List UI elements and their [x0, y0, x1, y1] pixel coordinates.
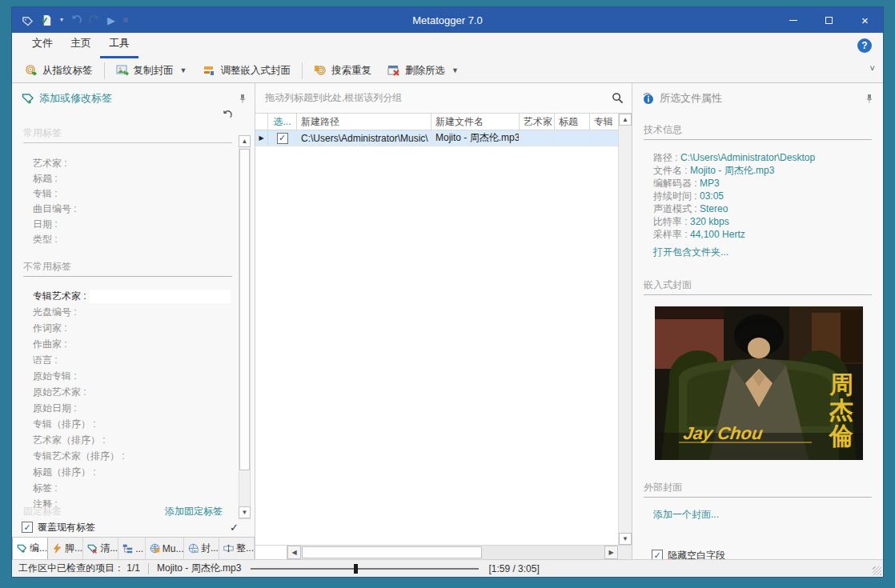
- playback-slider[interactable]: [251, 568, 479, 570]
- column-artist[interactable]: 艺术家: [520, 114, 555, 130]
- pin-icon[interactable]: [239, 94, 247, 103]
- playback-slider-handle[interactable]: [354, 564, 358, 574]
- minimize-icon: [789, 20, 797, 21]
- column-new-filename[interactable]: 新建文件名: [431, 114, 520, 130]
- original-date-field-label[interactable]: 原始日期 :: [12, 400, 255, 416]
- overwrite-tags-label: 覆盖现有标签: [38, 521, 95, 534]
- group-by-bar[interactable]: 拖动列标题到此处,根据该列分组: [255, 83, 632, 114]
- pin-icon[interactable]: [865, 94, 873, 103]
- add-cover-link[interactable]: 添加一个封面...: [653, 508, 883, 522]
- title-sort-field-label[interactable]: 标题（排序） :: [12, 464, 255, 480]
- playback-time: [1:59 / 3:05]: [488, 563, 539, 574]
- album-artist-sort-field-label[interactable]: 专辑艺术家（排序） :: [12, 448, 255, 464]
- tab-cover-search[interactable]: 封...: [184, 538, 219, 559]
- desktop-background: ▾ ▶ ■ Metatogger 7.0 × 文件 主页 工具 ?: [0, 0, 895, 588]
- tab-tools[interactable]: 工具: [100, 31, 138, 58]
- embedded-cover-section: 嵌入式封面: [644, 278, 872, 295]
- ribbon-tab-bar: 文件 主页 工具 ?: [12, 33, 883, 58]
- scroll-left-icon[interactable]: ◀: [287, 546, 301, 559]
- path-value: C:\Users\Administrator\Desktop: [680, 152, 815, 163]
- tab-rename[interactable]: ...: [118, 538, 146, 559]
- undo-icon[interactable]: [70, 14, 82, 26]
- copy-cover-button[interactable]: 复制封面 ▼: [108, 60, 195, 81]
- grid-header-row: 选... 新建路径 新建文件名 艺术家 标题 专辑: [255, 114, 618, 130]
- tab-home[interactable]: 主页: [62, 31, 100, 58]
- title-field-label[interactable]: 标题 :: [12, 171, 255, 186]
- genre-field-label[interactable]: 类型 :: [12, 232, 255, 247]
- current-row-marker-icon: ▶: [255, 130, 268, 146]
- search-duplicates-button[interactable]: 搜索重复: [306, 60, 379, 81]
- globe-icon: [150, 543, 160, 554]
- collapse-ribbon-icon[interactable]: ˅: [870, 63, 875, 73]
- column-album[interactable]: 专辑: [590, 114, 618, 130]
- disc-number-field-label[interactable]: 光盘编号 :: [12, 304, 255, 320]
- delete-selected-button[interactable]: 删除所选 ▼: [379, 60, 467, 81]
- scroll-down-icon[interactable]: ▼: [619, 533, 632, 545]
- search-duplicates-label: 搜索重复: [331, 64, 371, 78]
- maximize-button[interactable]: [811, 7, 847, 33]
- column-select[interactable]: 选...: [268, 114, 297, 130]
- album-artist-input[interactable]: [90, 290, 231, 303]
- resize-grip-icon[interactable]: [873, 566, 881, 575]
- minimize-button[interactable]: [775, 7, 811, 33]
- help-icon[interactable]: ?: [857, 38, 872, 53]
- track-number-field-label[interactable]: 曲目编号 :: [12, 202, 255, 217]
- tag-plus-icon: [17, 543, 27, 554]
- row-path-cell: C:\Users\Administrator\Music\: [297, 130, 431, 146]
- add-fixed-tag-link[interactable]: 添加固定标签: [165, 505, 223, 518]
- undo-tag-icon[interactable]: [12, 109, 255, 122]
- scroll-right-icon[interactable]: ▶: [604, 546, 618, 559]
- new-file-icon[interactable]: [41, 14, 53, 26]
- album-sort-field-label[interactable]: 专辑（排序） :: [12, 416, 255, 432]
- edit-tags-icon[interactable]: [22, 14, 34, 26]
- original-artist-field-label[interactable]: 原始艺术家 :: [12, 384, 255, 400]
- apply-check-icon[interactable]: ✓: [230, 522, 239, 534]
- composer-field-label[interactable]: 作曲家 :: [12, 336, 255, 352]
- tab-organize[interactable]: 整...: [219, 538, 255, 559]
- search-icon[interactable]: [612, 92, 624, 104]
- table-row[interactable]: ▶ C:\Users\Administrator\Music\ Mojito -…: [255, 130, 618, 146]
- open-containing-folder-link[interactable]: 打开包含文件夹...: [653, 246, 883, 259]
- tags-field-label[interactable]: 标签 :: [12, 480, 255, 496]
- stop-icon[interactable]: ■: [122, 15, 128, 25]
- from-fingerprint-button[interactable]: 从指纹标签: [17, 60, 101, 81]
- redo-icon[interactable]: [89, 14, 100, 26]
- tab-clean-tags[interactable]: 清...: [83, 538, 118, 559]
- window-controls: ×: [775, 7, 883, 33]
- album-field-label[interactable]: 专辑 :: [12, 186, 255, 202]
- play-icon[interactable]: ▶: [107, 15, 115, 26]
- tab-edit-tags[interactable]: 编...: [12, 538, 48, 559]
- adjust-cover-icon: [203, 64, 215, 77]
- scroll-corner: [255, 546, 287, 559]
- language-field-label[interactable]: 语言 :: [12, 352, 255, 368]
- file-properties-panel: 所选文件属性 技术信息 路径 : C:\Users\Administrator\…: [632, 83, 883, 559]
- lyricist-field-label[interactable]: 作词家 :: [12, 320, 255, 336]
- artist-field-label[interactable]: 艺术家 :: [12, 156, 255, 171]
- scroll-up-icon[interactable]: ▲: [619, 114, 632, 126]
- grid-vertical-scrollbar[interactable]: ▲ ▼: [618, 114, 632, 545]
- original-album-field-label[interactable]: 原始专辑 :: [12, 368, 255, 384]
- adjust-embedded-cover-button[interactable]: 调整嵌入式封面: [195, 60, 299, 81]
- delete-table-icon: [387, 64, 400, 77]
- close-button[interactable]: ×: [847, 7, 883, 33]
- scrollbar-thumb[interactable]: [239, 149, 250, 470]
- hscroll-thumb[interactable]: [302, 546, 482, 558]
- new-file-dropdown-icon[interactable]: ▾: [60, 17, 63, 23]
- hide-blank-fields-checkbox[interactable]: [652, 550, 663, 559]
- external-cover-section: 外部封面: [644, 481, 872, 498]
- tab-scripting[interactable]: 脚...: [48, 538, 83, 559]
- column-title[interactable]: 标题: [555, 114, 590, 130]
- hscroll-track[interactable]: [301, 546, 604, 559]
- tab-file[interactable]: 文件: [23, 31, 62, 58]
- left-panel-scrollbar[interactable]: ▲ ▼: [239, 135, 251, 519]
- row-checkbox[interactable]: [277, 133, 288, 144]
- scroll-up-icon[interactable]: ▲: [239, 135, 251, 147]
- codec-value: MP3: [700, 178, 720, 189]
- artist-sort-field-label[interactable]: 艺术家（排序） :: [12, 432, 255, 448]
- samplerate-value: 44,100 Hertz: [690, 229, 745, 240]
- column-new-path[interactable]: 新建路径: [297, 114, 431, 130]
- tab-musicbrainz[interactable]: Mu...: [146, 538, 184, 559]
- overwrite-tags-checkbox[interactable]: [22, 522, 33, 533]
- grid-horizontal-scrollbar[interactable]: ◀ ▶: [255, 545, 632, 559]
- date-field-label[interactable]: 日期 :: [12, 217, 255, 232]
